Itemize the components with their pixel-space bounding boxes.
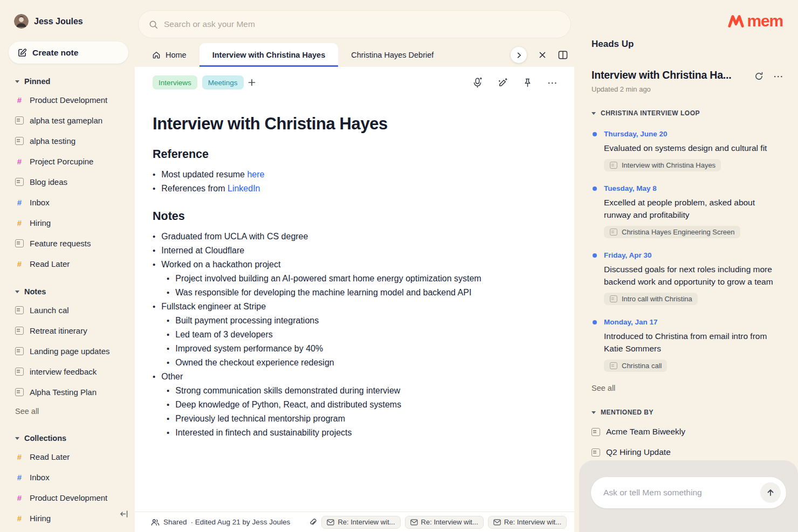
note-chip[interactable]: Christina call (604, 360, 667, 372)
sidebar-item[interactable]: Retreat itinerary (9, 320, 128, 341)
bullet-dot (167, 412, 169, 426)
note-chip[interactable]: Interview with Christina Hayes (604, 159, 721, 171)
timeline-date: Thursday, June 20 (604, 130, 784, 138)
logo-row: mem (591, 0, 798, 33)
card-note-title[interactable]: Interview with Christina Ha... (591, 69, 754, 81)
sidebar-item-label: interview feedback (30, 367, 97, 376)
ai-edit-button[interactable] (498, 78, 508, 88)
more-options-button[interactable]: ⋯ (547, 78, 558, 88)
inline-link[interactable]: LinkedIn (228, 184, 260, 193)
collections-section: Collections Read Later Inbox (9, 430, 128, 528)
sidebar-item[interactable]: alpha testing (9, 130, 128, 151)
bullet-text: Other (161, 370, 183, 384)
mem-logo-text: mem (747, 12, 783, 30)
note-chip[interactable]: Intro call with Christina (604, 293, 698, 305)
doc-icon (15, 239, 24, 247)
add-tag-button[interactable] (247, 78, 256, 87)
inline-link[interactable]: here (247, 170, 264, 179)
pinned-section-header[interactable]: Pinned (9, 73, 128, 89)
card-more-button[interactable]: ⋯ (773, 71, 784, 81)
note-panel: Interviews Meetings (135, 67, 574, 532)
user-menu[interactable]: Jess Joules (9, 14, 128, 29)
sidebar-item[interactable]: Alpha Testing Plan (9, 382, 128, 402)
sidebar-item[interactable]: Hiring (9, 212, 128, 233)
share-status: Shared · Edited Aug 21 by Jess Joules (151, 518, 290, 526)
ask-input-container[interactable] (591, 477, 786, 508)
avatar-image (14, 14, 29, 29)
collections-section-header[interactable]: Collections (9, 430, 128, 446)
sidebar-item-label: Hiring (30, 218, 51, 227)
sidebar-item[interactable]: Blog ideas (9, 171, 128, 192)
email-icon (493, 519, 501, 526)
notes-section-header[interactable]: Notes (9, 284, 128, 300)
mentioned-item[interactable]: Q2 Hiring Update (591, 447, 784, 457)
bullet-dot (153, 182, 155, 196)
mentioned-by-title: MENTIONED BY (601, 409, 653, 416)
notes-heading: Notes (153, 210, 542, 223)
refresh-icon (754, 72, 763, 81)
timeline-text: Introduced to Christina from email intro… (604, 330, 784, 355)
tab-active-note[interactable]: Interview with Christina Hayes (200, 43, 339, 67)
note-chip[interactable]: Christina Hayes Engineering Screen (604, 226, 740, 238)
edited-label: · Edited Aug 21 by Jess Joules (191, 518, 291, 526)
sidebar-item[interactable]: interview feedback (9, 361, 128, 382)
create-note-button[interactable]: Create note (9, 42, 128, 64)
sidebar-item[interactable]: Inbox (9, 192, 128, 212)
sidebar-item[interactable]: Read Later (9, 253, 128, 274)
timeline-entry: Friday, Apr 30 Discussed goals for next … (591, 251, 784, 305)
split-view-button[interactable] (558, 51, 568, 59)
bullet-text: Built payment processing integrations (175, 314, 319, 328)
sidebar-item[interactable]: Feature requests (9, 233, 128, 253)
tab-home[interactable]: Home (139, 43, 200, 67)
bullet-text: Owned the checkout experience redesign (175, 356, 334, 370)
sidebar-item[interactable]: Launch cal (9, 300, 128, 320)
email-chip[interactable]: Re: Interview wit... (405, 516, 484, 529)
bullet-text: Was responsible for developing the machi… (175, 286, 471, 300)
sidebar-item-label: Launch cal (30, 306, 69, 315)
sidebar-item[interactable]: Product Development (9, 487, 128, 508)
sidebar-item-label: Inbox (30, 473, 50, 482)
paperclip-icon (308, 517, 317, 527)
pin-note-button[interactable] (523, 78, 532, 88)
ask-mem-input[interactable] (603, 488, 760, 498)
note-tag[interactable]: Interviews (153, 75, 197, 89)
collapse-sidebar-icon[interactable] (119, 510, 128, 520)
refresh-button[interactable] (754, 71, 763, 81)
collections-section-title: Collections (24, 434, 66, 443)
doc-icon (15, 306, 24, 314)
sidebar-item[interactable]: Inbox (9, 467, 128, 487)
bullet-item: Improved system performance by 40% (167, 342, 542, 356)
close-tab-button[interactable] (539, 51, 546, 59)
tab-scroll-right-button[interactable] (511, 47, 527, 63)
mentioned-by-header[interactable]: MENTIONED BY (591, 409, 784, 416)
search-bar[interactable] (138, 10, 571, 38)
notes-list: Graduated from UCLA with CS degree Inter… (153, 230, 542, 440)
bullet-text: Interested in fintech and sustainability… (175, 426, 352, 440)
bullet-item: Deep knowledge of Python, React, and dis… (167, 398, 542, 412)
tab-second-note[interactable]: Christina Hayes Debrief (338, 43, 446, 67)
bullet-text: Project involved building an AI-powered … (175, 272, 481, 286)
bullet-item: Graduated from UCLA with CS degree (153, 230, 542, 244)
bullet-dot (167, 342, 169, 356)
voice-record-button[interactable] (472, 77, 483, 88)
doc-icon (610, 162, 617, 169)
mentioned-item[interactable]: Acme Team Biweekly (591, 427, 784, 437)
interview-loop-header[interactable]: CHRISTINA INTERVIEW LOOP (591, 109, 784, 117)
sidebar-item[interactable]: Project Porcupine (9, 151, 128, 171)
timeline-date: Tuesday, May 8 (604, 184, 784, 192)
search-input[interactable] (164, 19, 560, 29)
sidebar-item[interactable]: Product Development (9, 89, 128, 110)
notes-see-all[interactable]: See all (9, 402, 128, 420)
sidebar-item[interactable]: Landing page updates (9, 341, 128, 361)
sidebar-item[interactable]: Read Later (9, 446, 128, 467)
attachments-button[interactable] (308, 517, 317, 527)
chevron-down-icon (591, 411, 596, 414)
email-chip[interactable]: Re: Interview wit... (321, 516, 400, 529)
send-button[interactable] (760, 482, 781, 503)
sidebar-item[interactable]: Hiring (9, 508, 128, 528)
email-chip[interactable]: Re: Interview wit... (488, 516, 567, 529)
pinned-list: Product Development alpha test gameplan … (9, 89, 128, 274)
note-tag[interactable]: Meetings (202, 75, 244, 89)
heads-up-see-all[interactable]: See all (591, 384, 784, 392)
sidebar-item[interactable]: alpha test gameplan (9, 110, 128, 130)
